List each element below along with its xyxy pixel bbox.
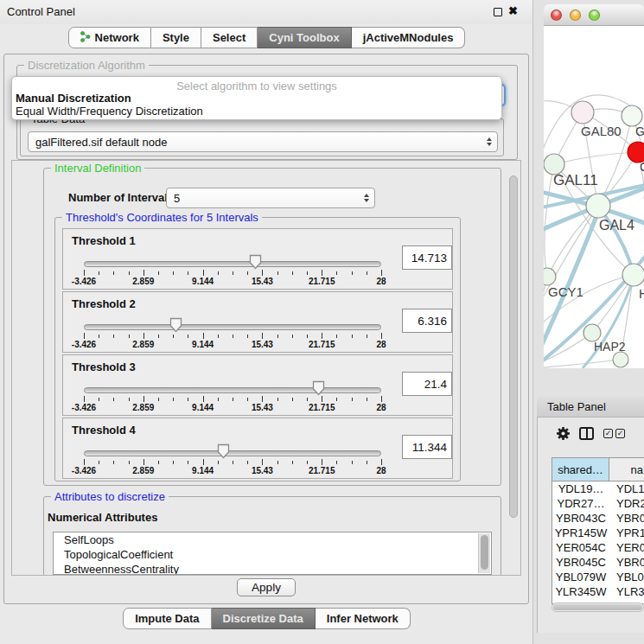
table-row[interactable]: YBR045CYBR0 bbox=[552, 555, 644, 570]
checkbox-icon[interactable]: ✓ bbox=[615, 429, 625, 438]
table-row[interactable]: YDR27…YDR2 bbox=[552, 496, 644, 511]
panel-vertical-scrollbar[interactable] bbox=[509, 175, 518, 518]
table-horizontal-scrollbar[interactable] bbox=[552, 603, 644, 612]
attributes-list-scrollbar[interactable] bbox=[478, 533, 490, 573]
numerical-attributes-list[interactable]: SelfLoopsTopologicalCoefficientBetweenne… bbox=[53, 532, 492, 575]
tab-label: Infer Network bbox=[327, 612, 399, 625]
slider-thumb[interactable] bbox=[217, 443, 230, 459]
slider-track[interactable] bbox=[84, 387, 381, 393]
tick-mark bbox=[158, 461, 159, 464]
tab-select[interactable]: Select bbox=[201, 27, 258, 48]
tab-infer-network[interactable]: Infer Network bbox=[316, 608, 411, 629]
table-panel: ✓ ✓ shared…naYDL19…YDL1YDR27…YDR2YBR043C… bbox=[537, 417, 644, 633]
slider-track[interactable] bbox=[84, 324, 381, 330]
tick-mark bbox=[247, 335, 248, 338]
tick-mark bbox=[307, 461, 308, 464]
table-row[interactable]: YLR345WYLR3 bbox=[552, 584, 644, 599]
tab-style[interactable]: Style bbox=[151, 27, 201, 48]
network-node-ga[interactable] bbox=[622, 105, 642, 126]
combo-spinner-icon bbox=[487, 137, 492, 146]
slider-track[interactable] bbox=[84, 450, 381, 456]
list-item[interactable]: BetweennessCentrality bbox=[54, 562, 491, 575]
threshold-value-field[interactable]: 11.344 bbox=[402, 435, 452, 459]
table-cell: YLR3 bbox=[609, 584, 644, 599]
close-icon[interactable]: ✖ bbox=[508, 4, 518, 17]
combo-spinner-icon bbox=[364, 194, 369, 202]
node-label: GA bbox=[635, 124, 644, 138]
settings-scroll-area: Interval Definition Number of Intervals … bbox=[11, 160, 521, 576]
table-row[interactable]: YBR043CYBR0 bbox=[552, 511, 644, 526]
network-node-gal4[interactable] bbox=[586, 194, 610, 218]
network-node-gcy1[interactable] bbox=[544, 268, 556, 285]
slider-track[interactable] bbox=[84, 261, 381, 267]
tick-mark bbox=[218, 398, 219, 401]
apply-button[interactable]: Apply bbox=[237, 578, 296, 596]
threshold-value-field[interactable]: 21.4 bbox=[402, 372, 452, 396]
node-label: GAL4 bbox=[599, 218, 634, 233]
slider-thumb[interactable] bbox=[169, 317, 182, 333]
tab-network[interactable]: Network bbox=[68, 27, 151, 48]
threshold-value-field[interactable]: 6.316 bbox=[402, 309, 452, 333]
tick-mark bbox=[218, 461, 219, 464]
table-data-combo[interactable]: galFiltered.sif default node bbox=[28, 131, 498, 152]
popup-option-equal-width-frequency[interactable]: Equal Width/Frequency Discretization bbox=[16, 105, 203, 118]
tick-mark bbox=[143, 270, 144, 276]
tick-mark bbox=[277, 398, 278, 401]
table-header-shared-name[interactable]: shared… bbox=[552, 458, 609, 481]
tick-label: -3.426 bbox=[72, 466, 96, 475]
tab-impute-data[interactable]: Impute Data bbox=[123, 608, 211, 629]
tab-discretize-data[interactable]: Discretize Data bbox=[212, 608, 316, 629]
network-window-titlebar[interactable] bbox=[544, 4, 644, 26]
slider-thumb[interactable] bbox=[312, 380, 325, 396]
tick-mark bbox=[99, 271, 99, 275]
tick-mark bbox=[367, 271, 367, 275]
slider-thumb[interactable] bbox=[249, 254, 262, 270]
tick-label: 15.43 bbox=[252, 340, 273, 349]
number-of-intervals-combo[interactable]: 5 bbox=[166, 188, 375, 208]
list-item[interactable]: TopologicalCoefficient bbox=[54, 547, 491, 562]
node-label: GCY1 bbox=[548, 284, 583, 299]
table-row[interactable]: YER054CYER0 bbox=[552, 540, 644, 555]
node-attribute-table: shared…naYDL19…YDL1YDR27…YDR2YBR043CYBR0… bbox=[552, 457, 644, 604]
table-row[interactable]: YPR145WYPR1 bbox=[552, 526, 644, 540]
apply-row: Apply bbox=[4, 578, 528, 596]
tick-mark bbox=[84, 396, 85, 402]
column-checkboxes: ✓ ✓ bbox=[603, 429, 625, 438]
threshold-value-field[interactable]: 14.713 bbox=[402, 245, 452, 270]
table-row[interactable]: YBL079WYBL0 bbox=[552, 570, 644, 584]
network-node-hap2[interactable] bbox=[583, 324, 601, 341]
screen: Control Panel ✖ NetworkStyleSelectCyni T… bbox=[0, 0, 644, 644]
mac-zoom-button[interactable] bbox=[589, 10, 600, 21]
network-node-h[interactable] bbox=[622, 264, 644, 286]
table-header-name[interactable]: na bbox=[609, 458, 644, 481]
tick-mark bbox=[247, 271, 248, 275]
tick-mark bbox=[113, 271, 114, 275]
tick-label: -3.426 bbox=[72, 403, 96, 412]
tick-mark bbox=[247, 398, 248, 401]
tab-jactivemnodules[interactable]: jActiveMNodules bbox=[352, 27, 466, 48]
tick-mark bbox=[292, 398, 293, 401]
tick-mark bbox=[292, 335, 293, 338]
gear-icon[interactable] bbox=[556, 426, 571, 441]
popup-option-manual-discretization[interactable]: Manual Discretization bbox=[16, 92, 131, 105]
list-item[interactable]: SelfLoops bbox=[54, 532, 491, 547]
tick-label: 28 bbox=[376, 403, 386, 412]
tab-cyni-toolbox[interactable]: Cyni Toolbox bbox=[258, 27, 351, 48]
split-view-icon[interactable] bbox=[579, 427, 594, 440]
float-window-icon[interactable] bbox=[494, 8, 502, 16]
tick-mark bbox=[336, 398, 337, 401]
tick-mark bbox=[336, 461, 337, 464]
tick-mark bbox=[277, 335, 278, 338]
tick-mark bbox=[336, 271, 337, 275]
table-row[interactable]: YDL19…YDL1 bbox=[552, 481, 644, 496]
node-label: GAL11 bbox=[553, 172, 598, 188]
mac-close-button[interactable] bbox=[551, 10, 562, 21]
tick-label: 9.144 bbox=[192, 277, 214, 286]
network-node[interactable] bbox=[613, 352, 628, 367]
mac-minimize-button[interactable] bbox=[570, 10, 581, 21]
network-canvas[interactable]: GAL80GACGAL11GAL4GCY1HHAP2 bbox=[544, 26, 644, 368]
checkbox-icon[interactable]: ✓ bbox=[603, 429, 613, 438]
tick-mark bbox=[203, 459, 204, 465]
network-node-gal80[interactable] bbox=[571, 101, 594, 124]
table-cell: YBL079W bbox=[552, 570, 609, 584]
